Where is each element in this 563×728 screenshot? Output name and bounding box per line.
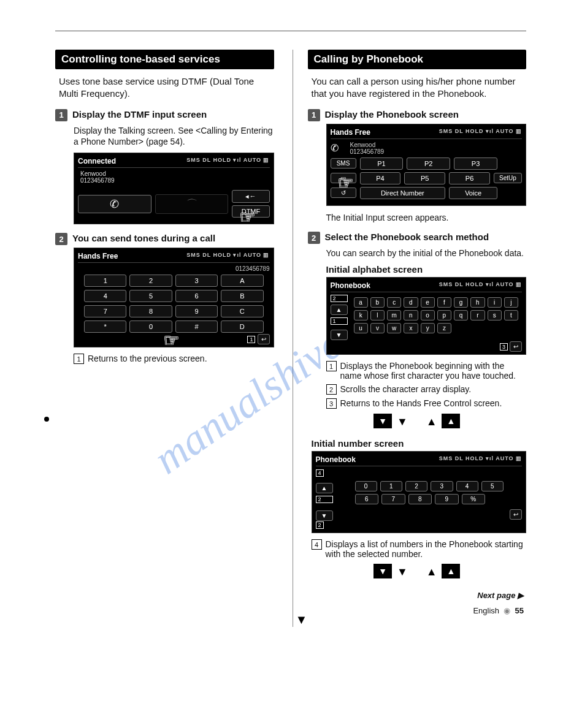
callout-num: 1	[74, 354, 84, 364]
scroll-up-button[interactable]: ▲	[316, 483, 333, 493]
scroll-down-button[interactable]: ▼	[316, 510, 333, 521]
callout-marker-2b: 2	[316, 496, 333, 503]
key-t[interactable]: t	[504, 310, 518, 320]
key-hash[interactable]: #	[175, 320, 218, 333]
num-0[interactable]: 0	[355, 481, 377, 491]
step-num-icon: 1	[308, 109, 320, 121]
key-v[interactable]: v	[370, 323, 385, 333]
num-6[interactable]: 6	[355, 494, 379, 504]
preset-p4[interactable]: P4	[360, 172, 401, 184]
key-7[interactable]: 7	[84, 305, 126, 317]
setup-button[interactable]: SetUp	[494, 173, 522, 183]
callout-num: 4	[312, 539, 322, 550]
preset-p3[interactable]: P3	[454, 157, 497, 170]
voice-button[interactable]: Voice	[449, 187, 497, 199]
num-1[interactable]: 1	[380, 481, 402, 491]
key-j[interactable]: j	[504, 297, 518, 308]
key-c[interactable]: c	[387, 297, 401, 308]
key-i[interactable]: i	[488, 297, 502, 308]
key-e[interactable]: e	[421, 297, 435, 308]
key-5[interactable]: 5	[129, 290, 172, 302]
key-m[interactable]: m	[387, 310, 401, 320]
hangup-button[interactable]: ⌒	[155, 194, 229, 214]
key-n[interactable]: n	[404, 310, 418, 320]
down-box-icon: ▼	[373, 564, 392, 578]
callout-marker-4: 4	[316, 469, 324, 477]
dialed-number: 0123456789	[78, 265, 270, 272]
key-6[interactable]: 6	[175, 290, 218, 302]
call-button[interactable]: ✆	[78, 195, 151, 213]
key-b[interactable]: b	[370, 297, 385, 308]
key-2[interactable]: 2	[129, 275, 172, 287]
key-C[interactable]: C	[221, 305, 263, 317]
speaker-button[interactable]: ◂←	[232, 190, 269, 203]
key-f[interactable]: f	[437, 297, 451, 308]
intro-phonebook: You can call a person using his/her phon…	[312, 75, 523, 100]
key-star[interactable]: *	[84, 320, 126, 333]
key-x[interactable]: x	[404, 323, 418, 333]
num-4[interactable]: 4	[456, 481, 478, 491]
direct-number-button[interactable]: Direct Number	[360, 187, 446, 199]
key-9[interactable]: 9	[175, 305, 218, 317]
key-s[interactable]: s	[488, 310, 502, 320]
footer: Next page ▶ English ◉ 55	[308, 591, 527, 615]
nav-arrows: ▼▼ ▲▲	[308, 414, 527, 428]
key-o[interactable]: o	[421, 310, 435, 320]
key-z[interactable]: z	[437, 323, 451, 333]
up-tri-icon: ▲	[426, 566, 437, 578]
num-5[interactable]: 5	[481, 481, 504, 491]
key-A[interactable]: A	[221, 275, 263, 287]
back-button[interactable]: ↩	[258, 334, 270, 344]
screenshot-keypad: Hands Free SMS DL HOLD ▾ıl AUTO ▥ 012345…	[74, 248, 274, 347]
num-pct[interactable]: %	[462, 494, 486, 504]
callout-marker-1: 1	[331, 317, 348, 325]
back-button[interactable]: ↩	[510, 509, 522, 520]
preset-p6[interactable]: P6	[449, 172, 490, 184]
status-icons: SMS DL HOLD ▾ıl AUTO ▥	[186, 252, 269, 260]
screenshot-phonebook-main: Hands Free SMS DL HOLD ▾ıl AUTO ▥ ✆ Kenw…	[326, 124, 527, 206]
key-q[interactable]: q	[454, 310, 468, 320]
status-icons: SMS DL HOLD ▾ıl AUTO ▥	[439, 455, 522, 464]
hand-cursor-icon: ☞	[164, 330, 179, 351]
preset-p1[interactable]: P1	[360, 157, 404, 170]
key-u[interactable]: u	[354, 323, 368, 333]
scroll-down-button[interactable]: ▼	[331, 330, 348, 340]
preset-p5[interactable]: P5	[404, 172, 445, 184]
key-y[interactable]: y	[421, 323, 435, 333]
key-p[interactable]: p	[437, 310, 451, 320]
key-D[interactable]: D	[221, 320, 263, 333]
key-3[interactable]: 3	[175, 275, 218, 287]
key-a[interactable]: a	[354, 297, 368, 308]
callout-text: Returns to the previous screen.	[88, 354, 207, 364]
key-r[interactable]: r	[470, 310, 484, 320]
callout-text: Scrolls the character array display.	[340, 384, 472, 395]
scroll-up-button[interactable]: ▲	[331, 305, 348, 315]
back-button[interactable]: ↩	[510, 341, 522, 352]
caller-number: 0123456789	[350, 148, 385, 155]
key-h[interactable]: h	[470, 297, 484, 308]
caller-name: Kenwood	[80, 170, 270, 177]
key-d[interactable]: d	[404, 297, 418, 308]
key-1[interactable]: 1	[84, 275, 126, 287]
num-3[interactable]: 3	[431, 481, 453, 491]
callout-num: 3	[326, 398, 337, 409]
step-2-right: 2 Select the Phonebook search method	[308, 232, 527, 244]
num-9[interactable]: 9	[435, 494, 459, 504]
callout-a1: 1Displays the Phonebook beginning with t…	[326, 361, 527, 381]
key-w[interactable]: w	[387, 323, 401, 333]
up-box-icon: ▲	[442, 414, 460, 428]
key-l[interactable]: l	[370, 310, 385, 320]
key-4[interactable]: 4	[84, 290, 126, 302]
ss-title: Hands Free	[78, 252, 118, 260]
binder-dot	[44, 417, 49, 422]
key-8[interactable]: 8	[129, 305, 172, 317]
num-2[interactable]: 2	[405, 481, 427, 491]
preset-p2[interactable]: P2	[407, 157, 450, 170]
key-B[interactable]: B	[221, 290, 263, 302]
key-k[interactable]: k	[354, 310, 368, 320]
sms-button[interactable]: SMS	[331, 158, 356, 169]
num-7[interactable]: 7	[381, 494, 405, 504]
right-column: Calling by Phonebook You can call a pers…	[293, 50, 527, 627]
key-g[interactable]: g	[454, 297, 468, 308]
num-8[interactable]: 8	[408, 494, 432, 504]
